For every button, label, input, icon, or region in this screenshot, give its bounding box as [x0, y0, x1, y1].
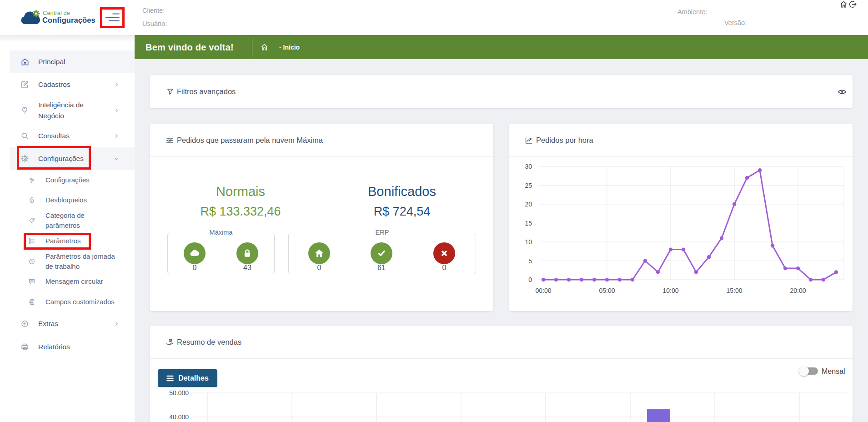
- svg-text:10:00: 10:00: [662, 287, 678, 294]
- sidebar-item-label: Extras: [38, 318, 98, 329]
- sidebar-item-inteligencia-de-negocio[interactable]: Inteligência de Negócio: [0, 96, 135, 125]
- ambiente-label: Ambiente:: [677, 8, 707, 15]
- chevron-right-icon: [114, 321, 119, 327]
- svg-text:10: 10: [525, 238, 532, 246]
- stack-icon: [28, 298, 35, 306]
- svg-text:20:00: 20:00: [790, 287, 806, 294]
- svg-text:20: 20: [525, 201, 532, 208]
- hourly-orders-chart: 05101520253000:0005:0010:0015:0020:00: [509, 157, 853, 311]
- sidebar-subitem-mensagem-circular[interactable]: Mensagem circular: [0, 271, 135, 291]
- sidebar-item-label: Cadastros: [38, 79, 98, 90]
- cross-count: 0: [442, 264, 447, 272]
- lightbulb-icon: [20, 106, 29, 115]
- sidebar-subitem-campos-customizados[interactable]: Campos customizados: [0, 291, 135, 312]
- orders-card-title: Pedidos que passaram pela nuvem Máxima: [177, 124, 323, 156]
- sidebar-item-label: Desbloqueios: [45, 195, 117, 205]
- svg-text:15: 15: [525, 220, 532, 227]
- svg-text:05:00: 05:00: [599, 287, 615, 294]
- clock-icon: [28, 258, 35, 265]
- sales-summary-card: Resumo de vendas Detalhes Mensal 50.0004…: [150, 326, 853, 422]
- cross-status-icon: [433, 242, 455, 264]
- lock-count: 43: [243, 264, 251, 272]
- filters-card: Filtros avançados: [150, 75, 853, 108]
- sidebar-item-label: Principal: [38, 56, 98, 67]
- sales-card-header: Resumo de vendas: [150, 326, 853, 359]
- gear-icon: [20, 155, 29, 163]
- hourly-card-header: Pedidos por hora: [509, 124, 853, 157]
- check-count: 61: [377, 264, 386, 272]
- sidebar-item-extras[interactable]: Extras: [0, 312, 135, 336]
- printer-icon: [20, 343, 29, 352]
- check-status-icon: [371, 242, 392, 264]
- sales-summary-chart: 50.00040.000: [150, 359, 853, 422]
- hand-dollar-icon: [166, 338, 174, 346]
- sidebar-subitem-parametros[interactable]: Parâmetros: [0, 231, 135, 251]
- welcome-bar: Bem vindo de volta! - Início: [135, 35, 868, 59]
- sidebar-subitem-parametros-da-jornada[interactable]: Parâmetros da jornada de trabalho: [0, 251, 135, 271]
- svg-text:40.000: 40.000: [169, 413, 189, 421]
- sidebar-item-label: Categoria de parâmetros: [45, 211, 117, 231]
- sidebar-subitem-desbloqueios[interactable]: Desbloqueios: [0, 190, 135, 210]
- sidebar-item-cadastros[interactable]: Cadastros: [0, 73, 135, 96]
- sidebar: Principal Cadastros Inteligência de Negó…: [0, 35, 135, 422]
- message-icon: [28, 278, 35, 285]
- sidebar-item-relatorios[interactable]: Relatórios: [0, 336, 135, 358]
- chevron-right-icon: [114, 82, 119, 87]
- orders-card: Pedidos que passaram pela nuvem Máxima N…: [150, 124, 493, 311]
- top-header: Central de Configurações Cliente: Usuári…: [0, 0, 868, 35]
- home-icon[interactable]: [840, 0, 848, 8]
- logo-text-line1: Central de: [43, 10, 70, 16]
- magnifier-icon: [20, 132, 29, 141]
- eye-icon[interactable]: [838, 87, 847, 96]
- sales-card-title: Resumo de vendas: [177, 326, 241, 358]
- normais-value: R$ 133.332,46: [200, 205, 281, 219]
- svg-text:00:00: 00:00: [535, 287, 551, 294]
- home-status-icon: [308, 242, 330, 264]
- sidebar-item-label: Consultas: [38, 131, 98, 141]
- chevron-right-icon: [114, 133, 119, 139]
- usuario-label: Usuário:: [142, 20, 167, 27]
- svg-text:30: 30: [525, 163, 532, 170]
- home-icon[interactable]: [261, 43, 268, 51]
- bonificados-label: Bonificados: [368, 184, 436, 199]
- sidebar-subitem-configuracoes[interactable]: Configurações: [0, 170, 135, 190]
- home-count: 0: [317, 264, 321, 272]
- sidebar-item-label: Inteligência de Negócio: [38, 100, 98, 121]
- svg-text:5: 5: [528, 257, 532, 265]
- sidebar-item-label: Parâmetros da jornada de trabalho: [45, 251, 117, 271]
- app-logo-icon: [20, 9, 41, 25]
- sidebar-subitem-categoria-de-parametros[interactable]: Categoria de parâmetros: [0, 210, 135, 231]
- svg-text:0: 0: [528, 276, 532, 283]
- maxima-legend: Máxima: [206, 229, 237, 236]
- chevron-right-icon: [114, 108, 119, 113]
- sidebar-item-configuracoes[interactable]: Configurações: [0, 147, 135, 170]
- filters-title: Filtros avançados: [177, 75, 236, 108]
- logout-icon[interactable]: [849, 0, 857, 8]
- lock-status-icon: [236, 242, 258, 264]
- unlock-icon: [28, 196, 35, 204]
- versao-label: Versão:: [724, 19, 747, 26]
- orders-card-header: Pedidos que passaram pela nuvem Máxima: [150, 124, 493, 157]
- funnel-icon: [166, 88, 175, 96]
- edit-square-icon: [20, 80, 29, 89]
- sidebar-item-consultas[interactable]: Consultas: [0, 125, 135, 147]
- sidebar-item-principal[interactable]: Principal: [0, 50, 135, 73]
- nodes-icon: [28, 176, 35, 184]
- svg-text:50.000: 50.000: [169, 389, 189, 397]
- plus-circle-icon: [20, 320, 29, 328]
- welcome-divider: [252, 38, 252, 56]
- sidebar-item-label: Relatórios: [38, 342, 98, 352]
- sidebar-item-label: Mensagem circular: [45, 276, 117, 286]
- svg-text:25: 25: [525, 182, 532, 189]
- welcome-title: Bem vindo de volta!: [146, 42, 234, 52]
- cloud-count: 0: [193, 264, 197, 272]
- cliente-label: Cliente:: [142, 7, 165, 14]
- tag-icon: [28, 217, 35, 224]
- breadcrumb[interactable]: - Início: [279, 44, 300, 51]
- menu-toggle-button[interactable]: [105, 12, 120, 22]
- chart-line-icon: [525, 136, 533, 145]
- bonificados-value: R$ 724,54: [374, 205, 431, 219]
- list-icon: [28, 237, 35, 245]
- svg-text:15:00: 15:00: [726, 287, 742, 294]
- chevron-down-icon: [114, 156, 119, 161]
